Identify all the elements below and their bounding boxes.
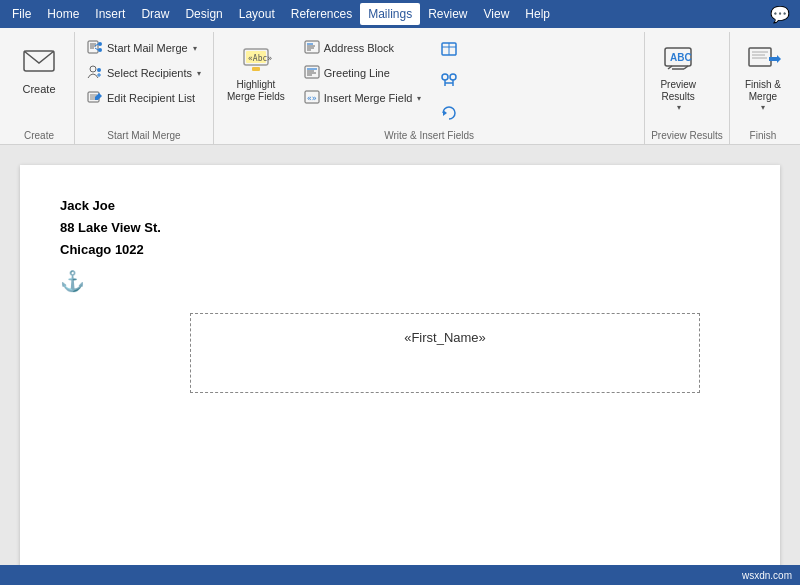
document-area: Jack Joe 88 Lake View St. Chicago 1022 ⚓… xyxy=(0,145,800,585)
address-line-2: 88 Lake View St. xyxy=(60,217,740,239)
svg-rect-47 xyxy=(749,48,771,66)
address-block-icon xyxy=(304,39,320,57)
svg-point-5 xyxy=(98,42,102,46)
insert-merge-field-label: Insert Merge Field xyxy=(324,92,413,104)
match-fields-icon xyxy=(439,71,459,93)
edit-recipient-list-button[interactable]: Edit Recipient List xyxy=(81,86,207,110)
ribbon-group-start-mail-merge: Start Mail Merge ▾ xyxy=(75,32,214,144)
edit-recipient-list-label: Edit Recipient List xyxy=(107,92,195,104)
menu-insert[interactable]: Insert xyxy=(87,3,133,25)
menu-help[interactable]: Help xyxy=(517,3,558,25)
menu-file[interactable]: File xyxy=(4,3,39,25)
svg-text:ABC: ABC xyxy=(670,52,692,63)
create-label: Create xyxy=(22,83,55,95)
svg-point-36 xyxy=(442,74,448,80)
greeting-line-label: Greeting Line xyxy=(324,67,390,79)
svg-rect-1 xyxy=(88,41,98,53)
merge-field-text: «First_Name» xyxy=(404,330,486,345)
svg-text:«»: «» xyxy=(307,94,317,103)
svg-point-10 xyxy=(97,68,101,72)
ribbon-group-write-insert: «Abc» HighlightMerge Fields xyxy=(214,32,645,144)
address-block-label: Address Block xyxy=(324,42,394,54)
greeting-line-icon xyxy=(304,64,320,82)
menu-mailings[interactable]: Mailings xyxy=(360,3,420,25)
update-labels-icon xyxy=(439,103,459,125)
menu-references[interactable]: References xyxy=(283,3,360,25)
svg-marker-41 xyxy=(443,110,447,116)
menu-review[interactable]: Review xyxy=(420,3,475,25)
svg-point-6 xyxy=(98,48,102,52)
comment-icon[interactable]: 💬 xyxy=(764,3,796,26)
finish-merge-icon xyxy=(745,41,781,79)
start-mail-merge-button[interactable]: Start Mail Merge ▾ xyxy=(81,36,207,60)
svg-rect-20 xyxy=(252,67,260,71)
ribbon: Create Create xyxy=(0,28,800,145)
svg-point-9 xyxy=(90,66,96,72)
ribbon-group-preview: ABC PreviewResults ▾ Preview Results xyxy=(645,32,730,144)
svg-point-37 xyxy=(450,74,456,80)
menu-draw[interactable]: Draw xyxy=(133,3,177,25)
insert-merge-field-icon: «» xyxy=(304,89,320,107)
edit-recipient-list-icon xyxy=(87,89,103,107)
svg-rect-21 xyxy=(305,41,319,53)
start-mail-merge-dropdown-icon: ▾ xyxy=(193,44,197,53)
preview-dropdown-icon: ▾ xyxy=(677,103,681,112)
finish-merge-button[interactable]: Finish &Merge ▾ xyxy=(736,36,790,117)
select-recipients-dropdown-icon: ▾ xyxy=(197,69,201,78)
greeting-line-button[interactable]: Greeting Line xyxy=(298,61,428,85)
select-recipients-button[interactable]: Select Recipients ▾ xyxy=(81,61,207,85)
highlight-merge-fields-label: HighlightMerge Fields xyxy=(227,79,285,103)
match-fields-button[interactable] xyxy=(433,68,465,96)
start-mail-merge-label: Start Mail Merge xyxy=(107,42,188,54)
preview-results-label: PreviewResults xyxy=(660,79,696,103)
start-mail-merge-icon xyxy=(87,39,103,57)
ribbon-group-mail-merge-label: Start Mail Merge xyxy=(81,128,207,144)
rules-button[interactable] xyxy=(433,36,465,64)
document-address: Jack Joe 88 Lake View St. Chicago 1022 xyxy=(60,195,740,261)
finish-merge-label: Finish &Merge xyxy=(745,79,781,103)
document-page: Jack Joe 88 Lake View St. Chicago 1022 ⚓… xyxy=(20,165,780,582)
menu-home[interactable]: Home xyxy=(39,3,87,25)
insert-merge-field-button[interactable]: «» Insert Merge Field ▾ xyxy=(298,86,428,110)
highlight-merge-fields-button[interactable]: «Abc» HighlightMerge Fields xyxy=(220,36,292,108)
merge-field-box[interactable]: «First_Name» xyxy=(190,313,700,393)
highlight-merge-fields-icon: «Abc» xyxy=(238,41,274,79)
anchor-icon: ⚓ xyxy=(60,269,740,293)
menu-view[interactable]: View xyxy=(476,3,518,25)
select-recipients-icon xyxy=(87,64,103,82)
ribbon-group-create: Create Create xyxy=(4,32,75,144)
preview-results-button[interactable]: ABC PreviewResults ▾ xyxy=(651,36,705,117)
menu-bar: File Home Insert Draw Design Layout Refe… xyxy=(0,0,800,28)
ribbon-group-create-label: Create xyxy=(10,128,68,144)
address-block-button[interactable]: Address Block xyxy=(298,36,428,60)
menu-layout[interactable]: Layout xyxy=(231,3,283,25)
ribbon-group-write-insert-label: Write & Insert Fields xyxy=(220,128,638,144)
insert-merge-field-dropdown-icon: ▾ xyxy=(417,94,421,103)
ribbon-group-preview-label: Preview Results xyxy=(651,128,723,144)
select-recipients-label: Select Recipients xyxy=(107,67,192,79)
address-line-1: Jack Joe xyxy=(60,195,740,217)
address-line-3: Chicago 1022 xyxy=(60,239,740,261)
ribbon-group-finish: Finish &Merge ▾ Finish xyxy=(730,32,796,144)
status-right-text: wsxdn.com xyxy=(742,570,792,581)
menu-design[interactable]: Design xyxy=(177,3,230,25)
status-bar: wsxdn.com xyxy=(0,565,800,585)
svg-rect-26 xyxy=(305,66,319,78)
rules-icon xyxy=(439,39,459,61)
create-button[interactable]: Create xyxy=(10,36,68,102)
svg-text:«Abc»: «Abc» xyxy=(248,54,272,63)
update-labels-button[interactable] xyxy=(433,100,465,128)
preview-results-icon: ABC xyxy=(660,41,696,79)
ribbon-group-finish-label: Finish xyxy=(736,128,790,144)
envelope-icon xyxy=(21,43,57,81)
finish-merge-dropdown-icon: ▾ xyxy=(761,103,765,112)
